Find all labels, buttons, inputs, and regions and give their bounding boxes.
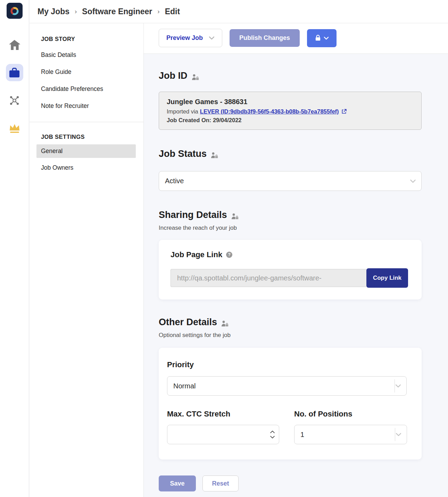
nav-item-role-guide[interactable]: Role Guide bbox=[30, 64, 143, 81]
person-lock-icon bbox=[211, 152, 218, 158]
job-created-on: Job Created On: 29/04/2022 bbox=[167, 117, 414, 124]
person-lock-icon bbox=[192, 74, 199, 80]
logo-ring-icon bbox=[9, 5, 20, 16]
publish-changes-button[interactable]: Publish Changes bbox=[230, 29, 300, 47]
breadcrumb-current-page: Edit bbox=[165, 7, 180, 16]
max-ctc-stretch-label: Max. CTC Stretch bbox=[167, 410, 279, 419]
breadcrumb-separator-icon: › bbox=[157, 8, 159, 15]
job-status-value: Active bbox=[165, 177, 184, 185]
job-page-link-card: Job Page Link ? Copy Link bbox=[159, 240, 422, 300]
icon-rail bbox=[0, 0, 29, 497]
nav-section-job-settings: JOB SETTINGS bbox=[30, 134, 143, 140]
edit-toolbar: Preview Job Publish Changes bbox=[144, 23, 448, 54]
breadcrumb-job-title[interactable]: Software Engineer bbox=[82, 7, 152, 16]
priority-label: Priority bbox=[167, 360, 407, 369]
nav-item-candidate-preferences[interactable]: Candidate Preferences bbox=[30, 81, 143, 98]
breadcrumb-separator-icon: › bbox=[75, 8, 77, 15]
settings-scroll-area: Job ID Junglee Games - 388631 Imported v… bbox=[144, 54, 448, 497]
save-button[interactable]: Save bbox=[159, 475, 196, 491]
briefcase-icon bbox=[8, 67, 20, 78]
job-id-card: Junglee Games - 388631 Imported via LEVE… bbox=[159, 92, 422, 130]
top-header: My Jobs › Software Engineer › Edit bbox=[30, 0, 448, 23]
sidebar-item-network[interactable] bbox=[6, 92, 23, 109]
no-of-positions-select[interactable]: 1 bbox=[294, 425, 407, 444]
job-status-title-text: Job Status bbox=[159, 149, 207, 159]
job-status-heading: Job Status bbox=[159, 149, 448, 159]
nav-item-basic-details[interactable]: Basic Details bbox=[30, 47, 143, 64]
person-lock-icon bbox=[221, 320, 229, 327]
job-id-heading: Job ID bbox=[159, 70, 448, 81]
external-link-icon bbox=[341, 109, 347, 114]
sidebar-item-jobs[interactable] bbox=[6, 64, 23, 81]
breadcrumb: My Jobs › Software Engineer › Edit bbox=[38, 7, 180, 16]
chevron-up-icon bbox=[270, 430, 275, 433]
job-company-id: Junglee Games - 388631 bbox=[167, 98, 414, 106]
network-icon bbox=[9, 95, 20, 106]
chevron-down-icon bbox=[410, 179, 416, 183]
home-icon bbox=[9, 40, 20, 50]
lock-icon bbox=[315, 34, 321, 42]
no-of-positions-label: No. of Positions bbox=[294, 410, 407, 419]
person-lock-icon bbox=[231, 213, 239, 219]
other-details-heading: Other Details bbox=[159, 317, 448, 328]
other-details-subtitle: Optional settings for the job bbox=[159, 332, 448, 339]
sharing-details-heading: Sharing Details bbox=[159, 210, 448, 220]
nav-item-general[interactable]: General bbox=[36, 144, 136, 158]
select-divider bbox=[395, 428, 395, 441]
preview-job-label: Preview Job bbox=[166, 34, 203, 42]
help-icon[interactable]: ? bbox=[226, 252, 232, 258]
visibility-lock-button[interactable] bbox=[307, 29, 337, 47]
no-of-positions-value: 1 bbox=[300, 431, 304, 439]
breadcrumb-my-jobs[interactable]: My Jobs bbox=[38, 7, 69, 16]
job-page-link-label: Job Page Link bbox=[171, 250, 222, 259]
nav-item-job-owners[interactable]: Job Owners bbox=[30, 159, 143, 176]
other-details-card: Priority Normal Max. CTC Stretch bbox=[159, 348, 422, 460]
imported-via-label: Imported via bbox=[167, 108, 198, 115]
nav-section-job-story: JOB STORY bbox=[30, 36, 143, 42]
nav-divider bbox=[30, 122, 143, 122]
priority-value: Normal bbox=[173, 382, 196, 390]
priority-select[interactable]: Normal bbox=[167, 376, 407, 396]
job-id-title-text: Job ID bbox=[159, 70, 188, 81]
chevron-down-icon bbox=[396, 433, 401, 437]
sidebar-item-premium[interactable] bbox=[6, 119, 23, 137]
sharing-details-title-text: Sharing Details bbox=[159, 210, 227, 220]
spottabl-logo bbox=[7, 3, 23, 19]
max-ctc-stretch-input[interactable] bbox=[167, 425, 279, 444]
chevron-down-icon bbox=[270, 436, 275, 439]
copy-link-button[interactable]: Copy Link bbox=[366, 268, 408, 288]
chevron-down-icon bbox=[395, 384, 401, 388]
job-status-select[interactable]: Active bbox=[159, 171, 422, 191]
nav-item-note-for-recruiter[interactable]: Note for Recruiter bbox=[30, 98, 143, 115]
lever-import-link[interactable]: LEVER (ID:9dbdb3f9-56f5-4363-b08b-5b7ea7… bbox=[200, 108, 347, 115]
job-nav-panel: JOB STORY Basic Details Role Guide Candi… bbox=[30, 23, 144, 497]
crown-icon bbox=[8, 123, 21, 134]
chevron-down-icon bbox=[324, 36, 329, 40]
job-page-link-input[interactable] bbox=[171, 269, 366, 287]
other-details-title-text: Other Details bbox=[159, 317, 217, 328]
lever-link-text: LEVER (ID:9dbdb3f9-56f5-4363-b08b-5b7ea7… bbox=[200, 108, 339, 115]
select-divider bbox=[395, 379, 395, 393]
preview-job-button[interactable]: Preview Job bbox=[159, 29, 222, 47]
number-stepper[interactable] bbox=[270, 430, 275, 439]
chevron-down-icon bbox=[209, 36, 215, 40]
sidebar-item-home[interactable] bbox=[6, 36, 23, 53]
sharing-details-subtitle: Increase the reach of your job bbox=[159, 225, 448, 231]
reset-button[interactable]: Reset bbox=[202, 475, 239, 491]
